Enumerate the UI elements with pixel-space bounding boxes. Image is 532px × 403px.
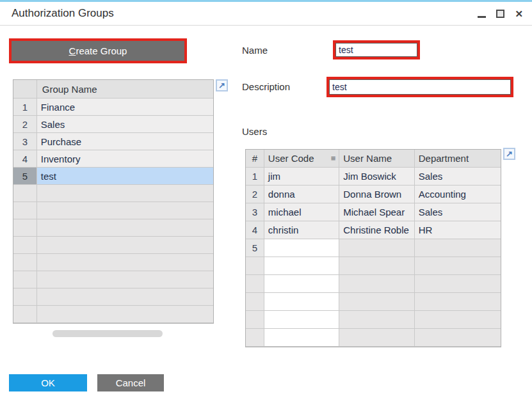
user-code-cell[interactable]: michael bbox=[264, 203, 339, 221]
users-table: # User Code≡ User Name Department 1 jim … bbox=[245, 149, 501, 347]
name-field[interactable] bbox=[335, 43, 417, 57]
window-controls: ✕ bbox=[478, 2, 523, 25]
users-label: Users bbox=[242, 126, 267, 137]
row-number[interactable]: 3 bbox=[13, 133, 37, 150]
user-code-input-cell[interactable] bbox=[264, 239, 339, 257]
user-name-cell[interactable]: Donna Brown bbox=[339, 186, 414, 203]
name-label: Name bbox=[242, 45, 268, 56]
group-name-cell[interactable]: test bbox=[37, 168, 213, 185]
group-table-header-row: Group Name bbox=[13, 80, 213, 99]
user-code-cell[interactable]: christin bbox=[264, 221, 339, 239]
user-name-cell[interactable]: Jim Boswick bbox=[339, 168, 414, 186]
group-name-cell[interactable]: Sales bbox=[37, 116, 213, 133]
row-number[interactable]: 2 bbox=[246, 186, 264, 203]
department-cell[interactable] bbox=[415, 239, 501, 257]
group-name-cell[interactable]: Purchase bbox=[37, 133, 213, 150]
group-table-empty-row[interactable] bbox=[13, 254, 213, 271]
department-column-header[interactable]: Department bbox=[415, 150, 501, 168]
group-table-empty-row[interactable] bbox=[13, 237, 213, 254]
users-table-empty-row[interactable] bbox=[246, 275, 501, 293]
group-name-column-header[interactable]: Group Name bbox=[37, 80, 213, 99]
name-field-highlight bbox=[333, 40, 420, 59]
group-table-empty-row[interactable] bbox=[13, 202, 213, 219]
authorization-groups-window: Authorization Groups ✕ Create Group Name… bbox=[0, 0, 532, 403]
user-row[interactable]: 2 donna Donna Brown Accounting bbox=[246, 186, 501, 203]
group-table-empty-row[interactable] bbox=[13, 306, 213, 323]
group-row-selected[interactable]: 5 test bbox=[13, 168, 213, 185]
group-row[interactable]: 1 Finance bbox=[13, 99, 213, 116]
group-row[interactable]: 3 Purchase bbox=[13, 133, 213, 150]
user-code-input-cell[interactable] bbox=[264, 275, 339, 293]
user-code-input-cell[interactable] bbox=[264, 311, 339, 329]
row-number[interactable]: 1 bbox=[13, 99, 37, 116]
users-table-empty-row[interactable] bbox=[246, 311, 501, 329]
users-table-empty-row[interactable] bbox=[246, 257, 501, 275]
users-table-header-row: # User Code≡ User Name Department bbox=[246, 150, 501, 168]
description-field-highlight bbox=[326, 77, 513, 97]
users-table-expand-icon[interactable]: ↗ bbox=[503, 148, 515, 160]
group-table-empty-row[interactable] bbox=[13, 288, 213, 306]
group-name-table: Group Name 1 Finance 2 Sales 3 Purchase … bbox=[13, 79, 214, 324]
row-number[interactable]: 5 bbox=[246, 239, 264, 257]
user-code-cell[interactable]: donna bbox=[264, 186, 339, 203]
group-row[interactable]: 4 Inventory bbox=[13, 150, 213, 168]
maximize-icon[interactable] bbox=[496, 10, 504, 18]
cancel-button[interactable]: Cancel bbox=[97, 374, 164, 391]
department-cell[interactable]: HR bbox=[415, 221, 501, 239]
department-cell[interactable]: Sales bbox=[415, 168, 501, 186]
hash-column-header[interactable]: # bbox=[246, 150, 264, 168]
row-number[interactable]: 5 bbox=[13, 168, 37, 185]
create-group-highlight: Create Group bbox=[9, 38, 187, 63]
create-group-accesskey: C bbox=[69, 45, 76, 56]
group-table-empty-row[interactable] bbox=[13, 219, 213, 237]
sort-icon[interactable]: ≡ bbox=[331, 154, 336, 163]
row-number[interactable]: 4 bbox=[13, 150, 37, 168]
group-row[interactable]: 2 Sales bbox=[13, 116, 213, 133]
create-group-button[interactable]: Create Group bbox=[12, 41, 184, 61]
user-row[interactable]: 4 christin Christine Roble HR bbox=[246, 221, 501, 239]
group-name-cell[interactable]: Finance bbox=[37, 99, 213, 116]
user-row[interactable]: 1 jim Jim Boswick Sales bbox=[246, 168, 501, 186]
row-number[interactable]: 4 bbox=[246, 221, 264, 239]
close-icon[interactable]: ✕ bbox=[515, 9, 523, 19]
group-name-cell[interactable]: Inventory bbox=[37, 150, 213, 168]
user-code-input-cell[interactable] bbox=[264, 329, 339, 347]
description-label: Description bbox=[242, 81, 290, 92]
group-table-empty-row[interactable] bbox=[13, 185, 213, 202]
titlebar: Authorization Groups ✕ bbox=[0, 2, 532, 26]
users-table-empty-row[interactable] bbox=[246, 293, 501, 311]
user-row-new[interactable]: 5 bbox=[246, 239, 501, 257]
users-table-empty-row[interactable] bbox=[246, 329, 501, 347]
user-name-cell[interactable] bbox=[339, 239, 414, 257]
create-group-label: reate Group bbox=[76, 45, 127, 56]
row-number[interactable]: 2 bbox=[13, 116, 37, 133]
user-name-cell[interactable]: Michael Spear bbox=[339, 203, 414, 221]
user-code-input-cell[interactable] bbox=[264, 293, 339, 311]
row-number[interactable]: 1 bbox=[246, 168, 264, 186]
department-cell[interactable]: Accounting bbox=[415, 186, 501, 203]
user-name-cell[interactable]: Christine Roble bbox=[339, 221, 414, 239]
group-table-corner-cell bbox=[13, 80, 37, 99]
user-code-column-header[interactable]: User Code≡ bbox=[264, 150, 339, 168]
user-code-cell[interactable]: jim bbox=[264, 168, 339, 186]
group-table-empty-row[interactable] bbox=[13, 271, 213, 288]
group-table-expand-icon[interactable]: ↗ bbox=[216, 79, 228, 91]
row-number[interactable]: 3 bbox=[246, 203, 264, 221]
ok-button[interactable]: OK bbox=[9, 374, 87, 391]
user-name-column-header[interactable]: User Name bbox=[339, 150, 414, 168]
window-title: Authorization Groups bbox=[12, 2, 114, 25]
user-row[interactable]: 3 michael Michael Spear Sales bbox=[246, 203, 501, 221]
horizontal-scrollbar[interactable] bbox=[52, 330, 163, 337]
description-field[interactable] bbox=[329, 79, 511, 95]
minimize-icon[interactable] bbox=[478, 10, 486, 18]
department-cell[interactable]: Sales bbox=[415, 203, 501, 221]
user-code-input-cell[interactable] bbox=[264, 257, 339, 275]
